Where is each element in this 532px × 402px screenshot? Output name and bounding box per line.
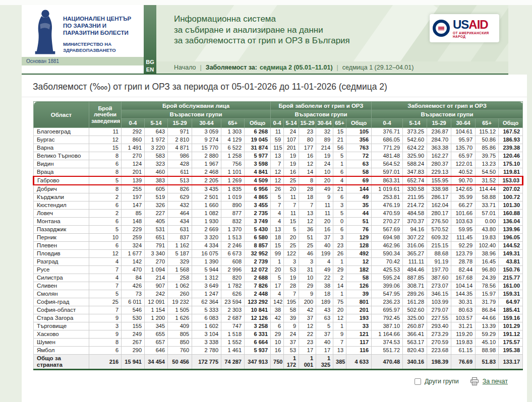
cell-served: 460 (145, 168, 168, 177)
cell-cases: 20 (316, 176, 333, 185)
cell-facilities: 7 (89, 282, 122, 290)
cell-cases: 3 (299, 258, 316, 266)
cell-served: 3 320 (192, 234, 221, 242)
cell-facilities: 8 (89, 185, 122, 193)
cell-cases: 37 (284, 339, 299, 347)
cell-served: 34 454 (145, 355, 168, 370)
cell-served: 9 274 (192, 136, 221, 144)
cell-rate: 236.23 (372, 298, 403, 306)
cell-cases: 25 (284, 176, 299, 185)
cell-cases: 38 (271, 306, 284, 314)
cell-cases: 36 (299, 226, 316, 234)
cell-cases: 9 (299, 290, 316, 298)
lang-bg-button[interactable]: BG (144, 59, 156, 65)
cell-cases: 17 (299, 347, 316, 355)
cell-served: 1 930 (192, 218, 221, 226)
table-row: Търговище31553454091 6027473 25869125133… (34, 322, 523, 330)
cell-rate: 120.46 (499, 152, 523, 160)
cell-served: 214 (145, 274, 168, 282)
cell-rate: 0.00 (476, 218, 499, 226)
print-link[interactable]: За печат (483, 378, 508, 385)
cell-served: 826 (168, 185, 192, 193)
cell-facilities: 6 (89, 202, 122, 210)
cell-rate: 119.81 (499, 168, 523, 177)
ncipd-statue-logo-icon (30, 7, 60, 56)
cell-facilities: 216 (89, 355, 122, 370)
cell-rate: 66.27 (451, 202, 476, 210)
cell-served: 258 (168, 274, 192, 282)
cell-served: 6 522 (221, 144, 245, 152)
cell-cases: 6 (271, 322, 284, 330)
nav-separator: | (337, 64, 338, 71)
other-groups-checkbox[interactable] (415, 378, 421, 385)
cell-rate: 91.19 (427, 258, 451, 266)
cell-cases: 63 (346, 160, 372, 168)
ncipd-logo-block: НАЦИОНАЛЕН ЦЕНТЪР ПО ЗАРАЗНИ И ПАРАЗИТНИ… (22, 5, 144, 74)
printer-icon[interactable] (470, 377, 479, 385)
cell-cases: 4 (271, 290, 284, 298)
cell-served: 747 (221, 322, 245, 330)
cell-rate: 229.13 (427, 168, 451, 177)
cell-rate: 155.95 (427, 176, 451, 185)
cell-served: 1 200 (145, 314, 168, 322)
cell-cases: 2 (333, 274, 346, 282)
cell-area: Кюстендил (34, 202, 89, 210)
cell-rate: 31.79 (476, 298, 499, 306)
cell-rate: 96.80 (476, 266, 499, 274)
cell-cases: 4 (333, 176, 346, 185)
cell-rate: 50.86 (476, 136, 499, 144)
cell-rate: 88.98 (476, 347, 499, 355)
cell-cases: 20 (284, 234, 299, 242)
cell-served: 1 505 (168, 306, 192, 314)
cell-cases: 53 (284, 266, 299, 274)
cell-facilities: 7 (89, 266, 122, 274)
cell-rate: 284.70 (427, 136, 451, 144)
cell-area: Кърджали (34, 193, 89, 202)
cell-served: 3 340 (145, 250, 168, 258)
cell-rate: 373.25 (403, 128, 427, 136)
cell-cases: 1 (333, 258, 346, 266)
lang-en-button[interactable]: EN (144, 66, 156, 73)
cell-served: 1 602 (192, 322, 221, 330)
cell-cases: 25 (284, 242, 299, 250)
cell-rate: 325.90 (403, 152, 427, 160)
cell-served: 142 (122, 258, 145, 266)
cell-served: 626 (221, 290, 245, 298)
cell-served: 31 874 (245, 144, 271, 152)
nav-previous-week-link[interactable]: седмица 1 (29.12–04.01) (342, 64, 414, 71)
cell-served: 15 770 (192, 144, 221, 152)
cell-rate: 462.96 (372, 242, 403, 250)
col-header-age: 15-29 (168, 119, 192, 128)
cell-served: 5 977 (245, 152, 271, 160)
cell-served: 1 390 (192, 258, 221, 266)
cell-facilities: 5 (89, 290, 122, 298)
cell-served: 5 937 (245, 347, 271, 355)
table-row: Видин61243234281 9677563 598719122416356… (34, 160, 523, 168)
cell-served: 139 (122, 176, 145, 185)
cell-cases: 26 (333, 250, 346, 258)
cell-cases: 142 (271, 298, 284, 306)
cell-rate: 31.21 (451, 322, 476, 330)
cell-served: 530 (122, 314, 145, 322)
cell-cases: 20 (333, 306, 346, 314)
nav-current-week-link[interactable]: седмица 2 (05.01–11.01) (260, 64, 333, 71)
cell-served: 971 (168, 128, 192, 136)
cell-rate: 38.96 (476, 250, 499, 258)
cell-cases: 14 (333, 282, 346, 290)
cell-served: 3 104 (192, 330, 221, 339)
cell-served: 3 220 (145, 144, 168, 152)
cell-rate: 57.01 (476, 210, 499, 218)
cell-rate: 175.10 (499, 160, 523, 168)
cell-facilities: 4 (89, 274, 122, 282)
cell-rate: 686.05 (372, 136, 403, 144)
cell-rate: 31.52 (476, 176, 499, 185)
cell-rate: 399.06 (372, 282, 403, 290)
cell-cases: 4 633 (346, 355, 372, 370)
cell-cases: 32 (316, 128, 333, 136)
cell-rate: 39.75 (476, 152, 499, 160)
cell-rate: 191.12 (499, 330, 523, 339)
cell-served: 820 (221, 274, 245, 282)
nav-home-link[interactable]: Начало (174, 64, 196, 71)
cell-cases: 22 (316, 274, 333, 282)
cell-rate: 65.97 (451, 152, 476, 160)
